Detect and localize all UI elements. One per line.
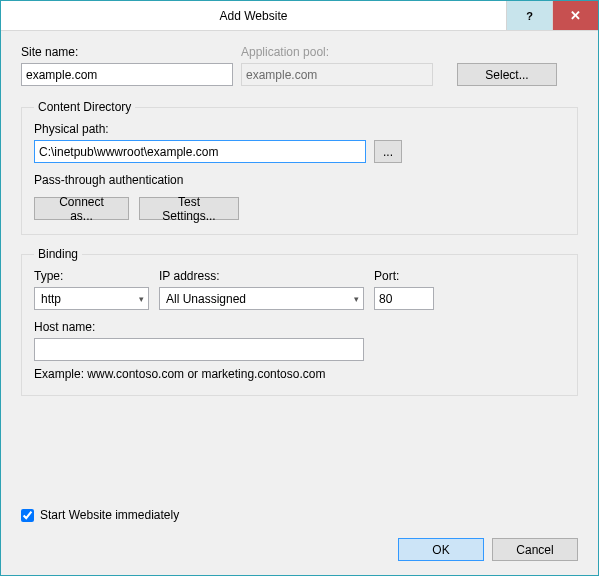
pass-through-label: Pass-through authentication (34, 173, 565, 187)
type-value: http (41, 292, 61, 306)
app-pool-label: Application pool: (241, 45, 433, 59)
host-name-example: Example: www.contoso.com or marketing.co… (34, 367, 565, 381)
titlebar: Add Website ? ✕ (1, 1, 598, 31)
host-name-input[interactable] (34, 338, 364, 361)
ellipsis-icon: ... (383, 145, 393, 159)
browse-path-button[interactable]: ... (374, 140, 402, 163)
physical-path-label: Physical path: (34, 122, 565, 136)
dialog-content: Site name: Application pool: Select... C… (1, 31, 598, 508)
content-directory-group: Content Directory Physical path: ... Pas… (21, 100, 578, 235)
connect-as-button[interactable]: Connect as... (34, 197, 129, 220)
ok-button[interactable]: OK (398, 538, 484, 561)
port-input[interactable] (374, 287, 434, 310)
chevron-down-icon: ▾ (354, 294, 359, 304)
cancel-button[interactable]: Cancel (492, 538, 578, 561)
host-name-label: Host name: (34, 320, 565, 334)
add-website-dialog: Add Website ? ✕ Site name: Application p… (0, 0, 599, 576)
close-button[interactable]: ✕ (552, 1, 598, 30)
select-app-pool-button[interactable]: Select... (457, 63, 557, 86)
start-immediately-checkbox[interactable] (21, 509, 34, 522)
chevron-down-icon: ▾ (139, 294, 144, 304)
start-immediately-row: Start Website immediately (1, 508, 598, 528)
site-name-label: Site name: (21, 45, 233, 59)
ip-address-value: All Unassigned (166, 292, 246, 306)
site-name-input[interactable] (21, 63, 233, 86)
test-settings-button[interactable]: Test Settings... (139, 197, 239, 220)
physical-path-input[interactable] (34, 140, 366, 163)
binding-group: Binding Type: http ▾ IP address: All Una… (21, 247, 578, 396)
help-button[interactable]: ? (506, 1, 552, 30)
dialog-footer: OK Cancel (1, 528, 598, 575)
ip-address-select[interactable]: All Unassigned ▾ (159, 287, 364, 310)
app-pool-input (241, 63, 433, 86)
start-immediately-label: Start Website immediately (40, 508, 179, 522)
port-label: Port: (374, 269, 434, 283)
content-directory-legend: Content Directory (34, 100, 135, 114)
ip-address-label: IP address: (159, 269, 364, 283)
binding-legend: Binding (34, 247, 82, 261)
type-select[interactable]: http ▾ (34, 287, 149, 310)
type-label: Type: (34, 269, 149, 283)
window-title: Add Website (1, 1, 506, 30)
